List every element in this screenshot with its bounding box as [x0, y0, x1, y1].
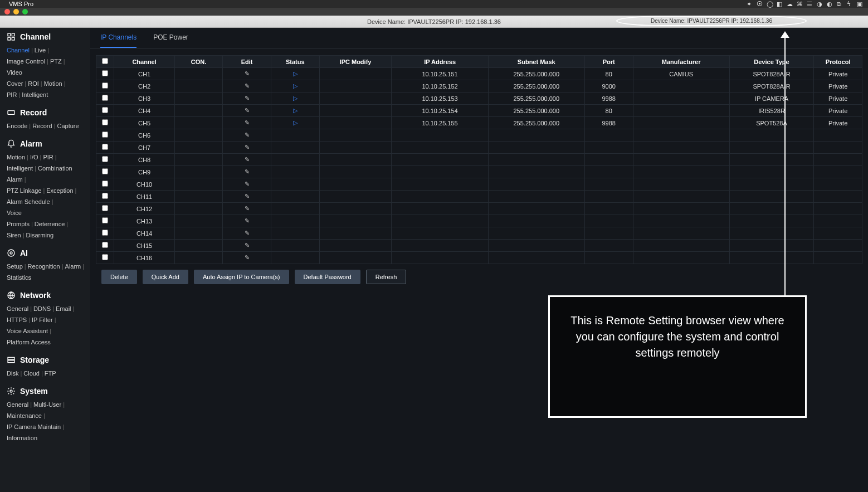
row-checkbox[interactable] [102, 107, 108, 113]
sidebar-link-ptz[interactable]: PTZ [50, 58, 62, 65]
cell-status[interactable]: ▷ [271, 68, 319, 80]
sidebar-link-intelligent[interactable]: Intelligent [22, 91, 48, 98]
sidebar-link-maintenance[interactable]: Maintenance [7, 412, 42, 419]
pencil-icon[interactable]: ✎ [245, 181, 250, 187]
cell-status[interactable] [271, 154, 319, 166]
table-row[interactable]: CH11✎ [96, 191, 862, 203]
row-checkbox[interactable] [102, 193, 108, 199]
tray-icon[interactable]: ✦ [747, 1, 753, 7]
row-checkbox[interactable] [102, 217, 108, 223]
cell-status[interactable] [271, 215, 319, 227]
play-icon[interactable]: ▷ [293, 82, 298, 89]
table-row[interactable]: CH14✎ [96, 227, 862, 240]
cell-edit[interactable]: ✎ [223, 227, 271, 240]
tray-icon[interactable]: ⧉ [837, 1, 843, 7]
tray-icon[interactable]: ⦿ [757, 1, 763, 7]
sidebar-link-deterrence[interactable]: Deterrence [35, 221, 65, 227]
cell-edit[interactable]: ✎ [223, 105, 271, 117]
cell-edit[interactable]: ✎ [223, 215, 271, 227]
table-row[interactable]: CH13✎ [96, 215, 862, 227]
row-checkbox[interactable] [102, 119, 108, 125]
table-row[interactable]: CH1✎▷10.10.25.151255.255.000.00080CAMIUS… [96, 68, 862, 80]
pencil-icon[interactable]: ✎ [245, 131, 250, 138]
row-checkbox[interactable] [102, 230, 108, 236]
cell-status[interactable] [271, 227, 319, 240]
sidebar-link-multi-user[interactable]: Multi-User [33, 401, 61, 408]
sidebar-link-ddns[interactable]: DDNS [33, 305, 51, 312]
sidebar-link-setup[interactable]: Setup [7, 263, 23, 270]
play-icon[interactable]: ▷ [293, 107, 298, 114]
select-all-checkbox[interactable] [102, 58, 108, 64]
sidebar-link-exception[interactable]: Exception [46, 187, 73, 194]
cell-status[interactable] [271, 142, 319, 154]
sidebar-link-alarm-schedule[interactable]: Alarm Schedule [7, 198, 50, 205]
sidebar-link-statistics[interactable]: Statistics [7, 274, 31, 281]
cell-status[interactable]: ▷ [271, 117, 319, 129]
table-row[interactable]: CH8✎ [96, 154, 862, 166]
minimize-window-icon[interactable] [13, 9, 19, 14]
pencil-icon[interactable]: ✎ [245, 95, 250, 101]
sidebar-link-general[interactable]: General [7, 401, 28, 408]
tray-icon[interactable]: ϟ [847, 1, 854, 7]
cell-status[interactable] [271, 252, 319, 264]
row-checkbox[interactable] [102, 205, 108, 211]
cell-edit[interactable]: ✎ [223, 68, 271, 80]
sidebar-link-general[interactable]: General [7, 305, 28, 312]
pencil-icon[interactable]: ✎ [245, 242, 250, 249]
sidebar-link-pir[interactable]: PIR [43, 154, 53, 160]
tray-icon[interactable]: ◐ [827, 1, 833, 7]
sidebar-link-channel[interactable]: Channel [7, 47, 30, 53]
row-checkbox[interactable] [102, 254, 108, 260]
cell-status[interactable]: ▷ [271, 80, 319, 92]
cell-edit[interactable]: ✎ [223, 154, 271, 166]
cell-edit[interactable]: ✎ [223, 80, 271, 92]
row-checkbox[interactable] [102, 70, 108, 76]
tray-icon[interactable]: ☰ [807, 1, 813, 7]
pencil-icon[interactable]: ✎ [245, 70, 250, 77]
table-row[interactable]: CH10✎ [96, 178, 862, 191]
sidebar-link-ip-camera-maintain[interactable]: IP Camera Maintain [7, 423, 61, 430]
cell-status[interactable] [271, 240, 319, 252]
cell-edit[interactable]: ✎ [223, 166, 271, 178]
tray-icon[interactable]: ◯ [767, 1, 773, 7]
sidebar-link-recognition[interactable]: Recognition [28, 263, 60, 270]
cell-edit[interactable]: ✎ [223, 240, 271, 252]
sidebar-link-video-cover[interactable]: Video Cover [7, 69, 23, 87]
cell-edit[interactable]: ✎ [223, 92, 271, 105]
sidebar-link-ftp[interactable]: FTP [45, 370, 56, 377]
tray-icon[interactable]: ◧ [777, 1, 783, 7]
table-row[interactable]: CH4✎▷10.10.25.154255.255.000.00080IRIS52… [96, 105, 862, 117]
tab-poe-power[interactable]: POE Power [153, 33, 188, 48]
default-password-button[interactable]: Default Password [295, 270, 360, 284]
cell-edit[interactable]: ✎ [223, 203, 271, 215]
table-row[interactable]: CH15✎ [96, 240, 862, 252]
sidebar-link-https[interactable]: HTTPS [7, 316, 27, 323]
sidebar-link-disk[interactable]: Disk [7, 370, 18, 377]
table-row[interactable]: CH3✎▷10.10.25.153255.255.000.0009988IP C… [96, 92, 862, 105]
row-checkbox[interactable] [102, 131, 108, 138]
sidebar-link-disarming[interactable]: Disarming [26, 232, 54, 238]
cell-status[interactable] [271, 129, 319, 142]
play-icon[interactable]: ▷ [293, 119, 298, 126]
sidebar-link-pir[interactable]: PIR [7, 91, 17, 98]
pencil-icon[interactable]: ✎ [245, 193, 250, 199]
cell-edit[interactable]: ✎ [223, 129, 271, 142]
cell-edit[interactable]: ✎ [223, 191, 271, 203]
sidebar-link-ip-filter[interactable]: IP Filter [32, 316, 53, 323]
sidebar-link-motion[interactable]: Motion [7, 154, 25, 160]
tray-icon[interactable]: ☁ [787, 1, 793, 7]
pencil-icon[interactable]: ✎ [245, 107, 250, 114]
pencil-icon[interactable]: ✎ [245, 230, 250, 236]
sidebar-link-ptz-linkage[interactable]: PTZ Linkage [7, 187, 41, 194]
cell-status[interactable] [271, 203, 319, 215]
sidebar-link-voice-assistant[interactable]: Voice Assistant [7, 328, 48, 334]
play-icon[interactable]: ▷ [293, 70, 298, 77]
row-checkbox[interactable] [102, 156, 108, 162]
row-checkbox[interactable] [102, 82, 108, 89]
close-window-icon[interactable] [4, 9, 10, 14]
pencil-icon[interactable]: ✎ [245, 156, 250, 163]
pencil-icon[interactable]: ✎ [245, 144, 250, 150]
sidebar-link-information[interactable]: Information [7, 435, 37, 441]
pencil-icon[interactable]: ✎ [245, 119, 250, 126]
delete-button[interactable]: Delete [101, 270, 137, 284]
